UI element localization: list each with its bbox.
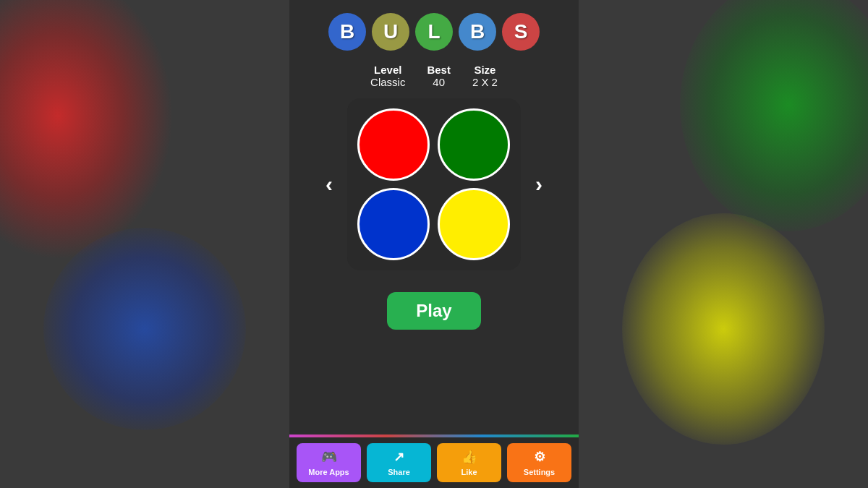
title-letter-s: S [502, 13, 540, 51]
prev-arrow[interactable]: ‹ [318, 165, 340, 204]
stat-best: Best 40 [427, 64, 451, 88]
stats-row: Level Classic Best 40 Size 2 X 2 [370, 64, 498, 88]
title-letter-b2: B [459, 13, 496, 51]
more-apps-icon: 🎮 [321, 449, 337, 465]
settings-button[interactable]: ⚙ Settings [507, 443, 571, 482]
bg-blob-yellow [622, 213, 825, 445]
bulb-blue[interactable] [357, 188, 430, 260]
bulb-green[interactable] [438, 108, 510, 181]
title-letter-l: L [415, 13, 453, 51]
level-label: Level [370, 64, 405, 76]
best-label: Best [427, 64, 451, 76]
stat-size: Size 2 X 2 [472, 64, 498, 88]
game-board [347, 98, 521, 270]
share-button[interactable]: ↗ Share [367, 443, 431, 482]
stat-level: Level Classic [370, 64, 405, 88]
title-letter-u: U [372, 13, 409, 51]
bulb-yellow[interactable] [438, 188, 510, 260]
center-panel: B U L B S Level Classic Best 40 Size 2 X… [289, 0, 579, 488]
share-icon: ↗ [393, 449, 404, 465]
bulb-red[interactable] [357, 108, 430, 181]
bottom-bar: 🎮 More Apps ↗ Share 👍 Like ⚙ Settings [289, 435, 579, 488]
bg-blob-green [680, 0, 868, 231]
title-letter-b1: B [328, 13, 366, 51]
settings-label: Settings [524, 468, 555, 476]
best-value: 40 [427, 76, 451, 88]
like-button[interactable]: 👍 Like [437, 443, 501, 482]
board-container: ‹ › [318, 98, 550, 270]
like-icon: 👍 [461, 449, 477, 465]
more-apps-label: More Apps [308, 468, 349, 476]
size-label: Size [472, 64, 498, 76]
next-arrow[interactable]: › [528, 165, 550, 204]
bg-blob-red [0, 0, 174, 260]
title-area: B U L B S [328, 13, 540, 51]
play-button[interactable]: Play [387, 292, 480, 330]
like-label: Like [461, 468, 477, 476]
level-value: Classic [370, 76, 405, 88]
more-apps-button[interactable]: 🎮 More Apps [297, 443, 361, 482]
size-value: 2 X 2 [472, 76, 498, 88]
settings-icon: ⚙ [534, 449, 545, 465]
bg-blob-blue [43, 228, 246, 430]
bottom-buttons: 🎮 More Apps ↗ Share 👍 Like ⚙ Settings [289, 437, 579, 488]
share-label: Share [388, 468, 410, 476]
